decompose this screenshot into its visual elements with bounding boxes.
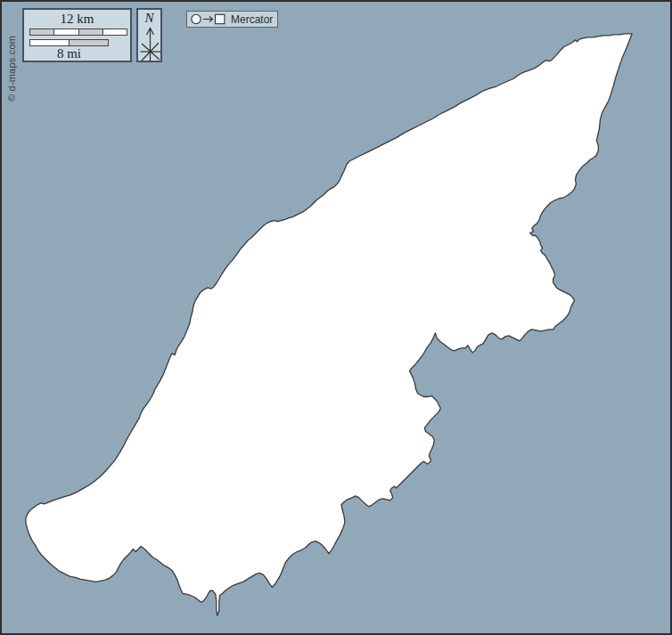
scale-bar-km (29, 28, 127, 36)
scale-km-label: 12 km (24, 12, 130, 27)
scale-bar-segment (30, 29, 53, 35)
scale-bar-segment (30, 40, 69, 45)
scale-bar-segment (78, 29, 102, 35)
island-map (2, 2, 670, 633)
island-outline (26, 34, 632, 615)
scale-bar-segment (69, 40, 108, 45)
scale-mi-label: 8 mi (29, 46, 109, 61)
scale-bar-segment (102, 29, 127, 35)
scale-bar-segment (53, 29, 78, 35)
north-label: N (138, 11, 160, 25)
projection-badge: Mercator (186, 11, 278, 28)
scale-box: 12 km 8 mi (22, 8, 132, 62)
projection-label: Mercator (231, 13, 273, 26)
compass-box: N (136, 8, 162, 62)
north-arrow-icon (138, 25, 162, 62)
map-canvas: © d-maps.com 12 km 8 mi N Mercator (0, 0, 672, 635)
scale-bar-mi (29, 39, 109, 46)
projection-transform-icon (190, 12, 227, 26)
copyright-label: © d-maps.com (6, 36, 17, 102)
